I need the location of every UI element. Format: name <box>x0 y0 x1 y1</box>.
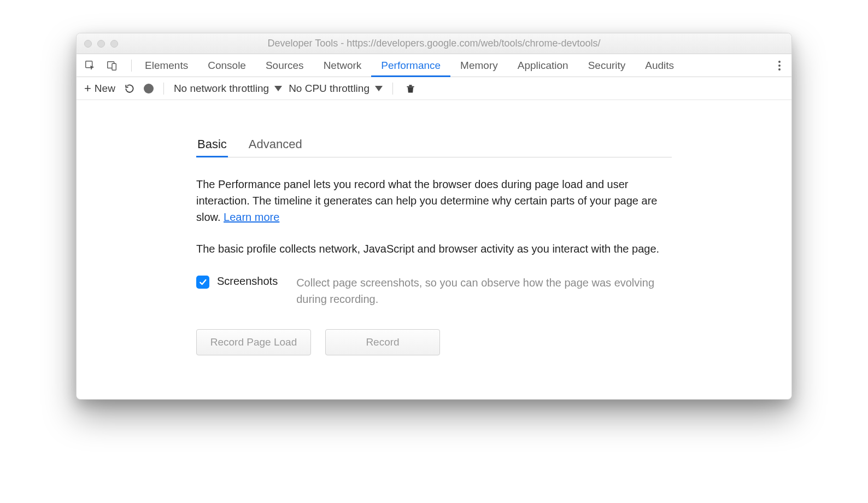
new-label: New <box>95 83 115 95</box>
basic-profile-description: The basic profile collects network, Java… <box>196 241 672 257</box>
window-title: Developer Tools - https://developers.goo… <box>83 38 785 49</box>
minimize-window-icon[interactable] <box>97 40 105 48</box>
zoom-window-icon[interactable] <box>110 40 118 48</box>
svg-rect-2 <box>112 63 116 70</box>
screenshots-label: Screenshots <box>217 275 278 288</box>
screenshots-description: Collect page screenshots, so you can obs… <box>296 274 672 307</box>
network-throttling-label: No network throttling <box>174 83 269 95</box>
record-page-load-button[interactable]: Record Page Load <box>196 329 311 355</box>
main-tabs: Elements Console Sources Network Perform… <box>77 54 791 77</box>
trash-icon[interactable] <box>403 80 418 97</box>
close-window-icon[interactable] <box>84 40 92 48</box>
network-throttling-dropdown[interactable]: No network throttling <box>174 83 282 95</box>
new-recording-button[interactable]: + New <box>84 83 115 95</box>
titlebar: Developer Tools - https://developers.goo… <box>77 33 791 54</box>
tab-elements[interactable]: Elements <box>135 54 198 77</box>
reload-icon[interactable] <box>122 81 137 96</box>
record-button[interactable]: Record <box>325 329 440 355</box>
separator <box>131 60 132 72</box>
window-controls <box>84 40 118 48</box>
screenshots-option: Screenshots Collect page screenshots, so… <box>196 274 672 307</box>
tab-memory[interactable]: Memory <box>450 54 508 77</box>
tab-application[interactable]: Application <box>508 54 578 77</box>
screenshots-checkbox[interactable] <box>196 276 209 289</box>
tab-sources[interactable]: Sources <box>256 54 314 77</box>
plus-icon: + <box>84 83 91 95</box>
separator <box>163 83 164 95</box>
device-toolbar-icon[interactable] <box>104 57 120 74</box>
subtab-basic[interactable]: Basic <box>196 133 228 157</box>
more-options-icon[interactable] <box>773 55 786 76</box>
record-status-icon[interactable] <box>144 84 154 93</box>
panel-content: Basic Advanced The Performance panel let… <box>77 100 791 399</box>
tab-security[interactable]: Security <box>578 54 636 77</box>
chevron-down-icon <box>375 86 383 91</box>
learn-more-link[interactable]: Learn more <box>224 211 279 223</box>
tab-performance[interactable]: Performance <box>371 54 450 77</box>
tab-console[interactable]: Console <box>198 54 256 77</box>
tab-audits[interactable]: Audits <box>635 54 684 77</box>
subtab-advanced[interactable]: Advanced <box>248 133 303 157</box>
tab-network[interactable]: Network <box>314 54 372 77</box>
devtools-window: Developer Tools - https://developers.goo… <box>76 33 792 400</box>
cpu-throttling-label: No CPU throttling <box>289 83 370 95</box>
performance-toolbar: + New No network throttling No CPU throt… <box>77 77 791 100</box>
inspect-element-icon[interactable] <box>82 57 98 74</box>
chevron-down-icon <box>274 86 282 91</box>
profile-subtabs: Basic Advanced <box>196 133 672 157</box>
action-buttons: Record Page Load Record <box>196 329 672 355</box>
panel-description: The Performance panel lets you record wh… <box>196 176 672 225</box>
separator <box>392 83 393 95</box>
cpu-throttling-dropdown[interactable]: No CPU throttling <box>289 83 383 95</box>
